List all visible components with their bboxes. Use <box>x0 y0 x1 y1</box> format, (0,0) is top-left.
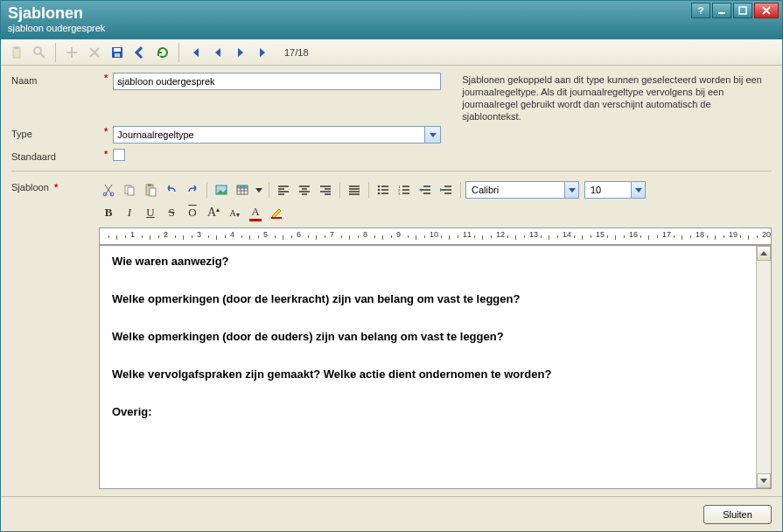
svg-point-26 <box>378 192 380 194</box>
rich-toolbar-2: B I U S O A▴ A▾ A <box>99 201 772 224</box>
editor-region: Sjabloon * <box>1 178 782 496</box>
svg-point-4 <box>34 47 41 54</box>
insert-table-icon[interactable] <box>233 180 252 200</box>
minimize-button[interactable] <box>712 3 731 18</box>
undo-icon[interactable] <box>162 180 181 200</box>
svg-rect-1 <box>739 7 746 14</box>
required-marker: * <box>54 182 58 192</box>
clipboard-icon <box>6 42 27 63</box>
scroll-track[interactable] <box>757 261 771 473</box>
toolbar: 17/18 <box>1 39 782 66</box>
label-type: Type <box>11 126 99 139</box>
editor-paragraph: Welke opmerkingen (door de leerkracht) z… <box>112 292 744 305</box>
ruler-tick: 20 <box>762 230 771 239</box>
align-right-icon[interactable] <box>316 180 335 200</box>
name-input[interactable] <box>113 73 441 90</box>
svg-rect-14 <box>148 184 151 186</box>
svg-rect-15 <box>150 188 156 196</box>
overline-icon[interactable]: O <box>183 203 202 222</box>
font-color-icon[interactable]: A <box>246 203 265 222</box>
last-record-icon[interactable] <box>253 42 274 63</box>
font-size-toggle[interactable] <box>631 182 645 198</box>
ruler-tick: 16 <box>629 230 638 239</box>
editor-canvas[interactable]: Wie waren aanwezig? Welke opmerkingen (d… <box>100 246 756 488</box>
font-name-select[interactable]: Calibri <box>465 181 579 199</box>
editor-paragraph: Welke opmerkingen (door de ouders) zijn … <box>112 330 744 343</box>
svg-rect-0 <box>718 12 725 14</box>
table-dropdown-icon[interactable] <box>254 180 264 200</box>
prev-record-icon[interactable] <box>207 42 228 63</box>
ruler-tick: 2 <box>164 230 168 239</box>
outdent-icon[interactable] <box>416 180 435 200</box>
help-button[interactable]: ? <box>691 3 710 18</box>
record-counter: 17/18 <box>276 47 318 58</box>
ruler-tick: 14 <box>563 230 571 239</box>
font-size-select[interactable]: 10 <box>584 181 646 199</box>
label-default: Standaard <box>11 149 99 162</box>
font-grow-icon[interactable]: A▴ <box>204 203 223 222</box>
save-icon[interactable] <box>107 42 128 63</box>
titlebar: Sjablonen sjabloon oudergesprek ? <box>1 1 782 39</box>
window-title: Sjablonen <box>8 4 775 22</box>
form-area: Naam * Sjablonen gekoppeld aan dit type … <box>1 66 782 178</box>
refresh-icon[interactable] <box>152 42 173 63</box>
align-center-icon[interactable] <box>295 180 314 200</box>
ruler[interactable]: 1234567891011121314151617181920 <box>99 228 772 245</box>
bullet-list-icon[interactable] <box>374 180 393 200</box>
ruler-tick: 13 <box>529 230 538 239</box>
scrollbar[interactable] <box>756 246 771 488</box>
align-left-icon[interactable] <box>274 180 293 200</box>
strikethrough-icon[interactable]: S <box>162 203 181 222</box>
close-dialog-button[interactable]: Sluiten <box>703 505 772 524</box>
bold-icon[interactable]: B <box>99 203 118 222</box>
default-checkbox[interactable] <box>113 149 125 161</box>
svg-point-10 <box>110 192 114 196</box>
scroll-up-icon[interactable] <box>757 246 771 261</box>
svg-rect-23 <box>237 186 248 188</box>
rich-toolbar-1: 123 Calibri 10 <box>99 178 772 201</box>
number-list-icon[interactable]: 123 <box>395 180 414 200</box>
delete-icon <box>84 42 105 63</box>
editor-canvas-wrap: Wie waren aanwezig? Welke opmerkingen (d… <box>99 245 772 489</box>
ruler-tick: 3 <box>197 230 201 239</box>
close-button[interactable] <box>754 3 779 18</box>
ruler-tick: 18 <box>696 230 704 239</box>
font-name-toggle[interactable] <box>564 182 578 198</box>
copy-icon[interactable] <box>120 180 139 200</box>
back-icon[interactable] <box>129 42 150 63</box>
type-select[interactable]: Journaalregeltype <box>113 126 425 144</box>
editor-paragraph: Welke vervolgafspraken zijn gemaakt? Wel… <box>112 368 744 381</box>
type-select-toggle[interactable] <box>425 126 441 144</box>
indent-icon[interactable] <box>437 180 456 200</box>
window: Sjablonen sjabloon oudergesprek ? <box>0 0 783 532</box>
underline-icon[interactable]: U <box>141 203 160 222</box>
svg-rect-12 <box>128 187 134 195</box>
font-name-value: Calibri <box>466 185 504 195</box>
cut-icon[interactable] <box>99 180 118 200</box>
redo-icon[interactable] <box>183 180 202 200</box>
highlight-icon[interactable] <box>267 203 286 222</box>
search-icon <box>29 42 50 63</box>
ruler-tick: 19 <box>729 230 738 239</box>
italic-icon[interactable]: I <box>120 203 139 222</box>
required-marker: * <box>104 126 108 136</box>
svg-rect-3 <box>15 46 18 49</box>
svg-line-5 <box>40 53 45 58</box>
ruler-tick: 8 <box>363 230 367 239</box>
ruler-tick: 15 <box>596 230 605 239</box>
scroll-down-icon[interactable] <box>757 473 771 488</box>
ruler-tick: 5 <box>263 230 268 239</box>
editor-paragraph: Wie waren aanwezig? <box>112 255 744 268</box>
align-justify-icon[interactable] <box>345 180 364 200</box>
next-record-icon[interactable] <box>230 42 251 63</box>
ruler-tick: 17 <box>662 230 671 239</box>
insert-image-icon[interactable] <box>212 180 231 200</box>
maximize-button[interactable] <box>733 3 752 18</box>
divider <box>11 171 772 172</box>
font-shrink-icon[interactable]: A▾ <box>225 203 244 222</box>
svg-point-9 <box>103 192 107 196</box>
first-record-icon[interactable] <box>185 42 206 63</box>
paste-icon[interactable] <box>141 180 160 200</box>
window-subtitle: sjabloon oudergesprek <box>8 22 775 34</box>
add-icon <box>61 42 82 63</box>
